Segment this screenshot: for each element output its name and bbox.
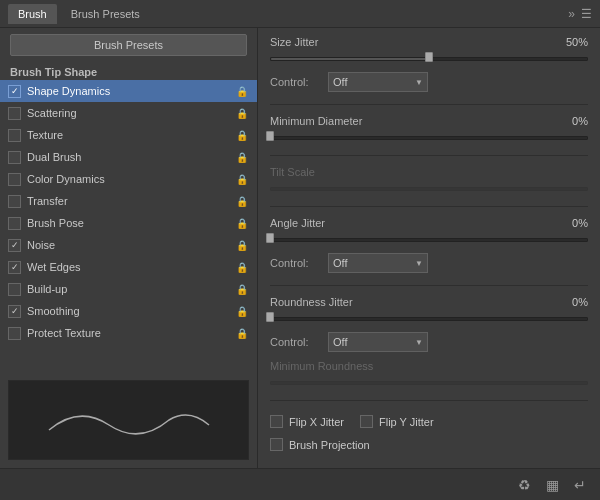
main-content: Brush Presets Brush Tip Shape Shape Dyna… <box>0 28 600 468</box>
list-item-texture[interactable]: Texture 🔒 <box>0 124 257 146</box>
flip-x-label[interactable]: Flip X Jitter <box>270 415 344 428</box>
tilt-scale-row: Tilt Scale <box>270 166 588 178</box>
label-noise: Noise <box>27 239 235 251</box>
recycle-icon[interactable]: ♻ <box>514 475 534 495</box>
lock-icon-protect-texture: 🔒 <box>235 326 249 340</box>
control-value-3: Off <box>333 336 347 348</box>
angle-jitter-value: 0% <box>558 217 588 229</box>
control-dropdown-1[interactable]: Off ▼ <box>328 72 428 92</box>
flip-y-checkbox[interactable] <box>360 415 373 428</box>
divider-4 <box>270 285 588 286</box>
roundness-jitter-track <box>270 317 588 321</box>
size-jitter-row: Size Jitter 50% <box>270 36 588 48</box>
list-item-protect-texture[interactable]: Protect Texture 🔒 <box>0 322 257 344</box>
label-smoothing: Smoothing <box>27 305 235 317</box>
roundness-jitter-thumb[interactable] <box>266 312 274 322</box>
angle-jitter-thumb[interactable] <box>266 233 274 243</box>
lock-icon-wet-edges: 🔒 <box>235 260 249 274</box>
flip-y-label[interactable]: Flip Y Jitter <box>360 415 434 428</box>
brush-proj-row: Brush Projection <box>270 438 588 451</box>
control-value-2: Off <box>333 257 347 269</box>
list-item-brush-pose[interactable]: Brush Pose 🔒 <box>0 212 257 234</box>
size-jitter-group: Size Jitter 50% Control: Off ▼ <box>270 36 588 94</box>
right-panel: Size Jitter 50% Control: Off ▼ <box>258 28 600 468</box>
lock-icon-dual-brush: 🔒 <box>235 150 249 164</box>
expand-icon[interactable]: » <box>568 7 575 21</box>
flip-x-checkbox[interactable] <box>270 415 283 428</box>
roundness-jitter-value: 0% <box>558 296 588 308</box>
min-roundness-slider <box>270 379 588 387</box>
tab-brush[interactable]: Brush <box>8 4 57 24</box>
size-jitter-control: Control: Off ▼ <box>270 70 588 94</box>
checkbox-transfer[interactable] <box>8 195 21 208</box>
control-value-1: Off <box>333 76 347 88</box>
list-item-noise[interactable]: Noise 🔒 <box>0 234 257 256</box>
lock-icon-transfer: 🔒 <box>235 194 249 208</box>
list-item-scattering[interactable]: Scattering 🔒 <box>0 102 257 124</box>
control-label-1: Control: <box>270 76 320 88</box>
roundness-jitter-row: Roundness Jitter 0% <box>270 296 588 308</box>
sidebar: Brush Presets Brush Tip Shape Shape Dyna… <box>0 28 258 468</box>
list-item-shape-dynamics[interactable]: Shape Dynamics 🔒 <box>0 80 257 102</box>
checkbox-texture[interactable] <box>8 129 21 142</box>
list-item-dual-brush[interactable]: Dual Brush 🔒 <box>0 146 257 168</box>
list-item-transfer[interactable]: Transfer 🔒 <box>0 190 257 212</box>
min-diameter-slider[interactable] <box>270 134 588 142</box>
checkbox-smoothing[interactable] <box>8 305 21 318</box>
min-roundness-row: Minimum Roundness <box>270 360 588 372</box>
tilt-scale-group: Tilt Scale <box>270 166 588 196</box>
min-diameter-group: Minimum Diameter 0% <box>270 115 588 145</box>
control-dropdown-2[interactable]: Off ▼ <box>328 253 428 273</box>
tilt-scale-slider <box>270 185 588 193</box>
brush-proj-checkbox[interactable] <box>270 438 283 451</box>
min-roundness-label: Minimum Roundness <box>270 360 373 372</box>
list-item-color-dynamics[interactable]: Color Dynamics 🔒 <box>0 168 257 190</box>
min-diameter-track <box>270 136 588 140</box>
menu-icon[interactable]: ☰ <box>581 7 592 21</box>
tab-bar: Brush Brush Presets » ☰ <box>0 0 600 28</box>
lock-icon-shape-dynamics: 🔒 <box>235 84 249 98</box>
lock-icon-noise: 🔒 <box>235 238 249 252</box>
checkbox-brush-pose[interactable] <box>8 217 21 230</box>
checkbox-wet-edges[interactable] <box>8 261 21 274</box>
brush-preview <box>8 380 249 460</box>
min-diameter-thumb[interactable] <box>266 131 274 141</box>
divider-1 <box>270 104 588 105</box>
checkbox-noise[interactable] <box>8 239 21 252</box>
label-protect-texture: Protect Texture <box>27 327 235 339</box>
min-roundness-track <box>270 381 588 385</box>
checkbox-protect-texture[interactable] <box>8 327 21 340</box>
angle-jitter-slider[interactable] <box>270 236 588 244</box>
divider-5 <box>270 400 588 401</box>
label-shape-dynamics: Shape Dynamics <box>27 85 235 97</box>
brush-proj-label[interactable]: Brush Projection <box>270 438 370 451</box>
checkbox-shape-dynamics[interactable] <box>8 85 21 98</box>
control-label-3: Control: <box>270 336 320 348</box>
roundness-jitter-slider[interactable] <box>270 315 588 323</box>
size-jitter-fill <box>271 58 429 60</box>
control-dropdown-3[interactable]: Off ▼ <box>328 332 428 352</box>
brush-presets-button[interactable]: Brush Presets <box>10 34 247 56</box>
angle-jitter-row: Angle Jitter 0% <box>270 217 588 229</box>
list-item-wet-edges[interactable]: Wet Edges 🔒 <box>0 256 257 278</box>
size-jitter-label: Size Jitter <box>270 36 318 48</box>
size-jitter-thumb[interactable] <box>425 52 433 62</box>
angle-jitter-label: Angle Jitter <box>270 217 325 229</box>
checkbox-buildup[interactable] <box>8 283 21 296</box>
tilt-scale-track <box>270 187 588 191</box>
checkbox-color-dynamics[interactable] <box>8 173 21 186</box>
tab-brush-presets[interactable]: Brush Presets <box>61 4 150 24</box>
min-roundness-group: Minimum Roundness <box>270 360 588 390</box>
checkbox-scattering[interactable] <box>8 107 21 120</box>
min-diameter-row: Minimum Diameter 0% <box>270 115 588 127</box>
size-jitter-value: 50% <box>558 36 588 48</box>
list-item-buildup[interactable]: Build-up 🔒 <box>0 278 257 300</box>
angle-jitter-track <box>270 238 588 242</box>
grid-icon[interactable]: ▦ <box>542 475 562 495</box>
label-scattering: Scattering <box>27 107 235 119</box>
checkbox-dual-brush[interactable] <box>8 151 21 164</box>
label-transfer: Transfer <box>27 195 235 207</box>
return-icon[interactable]: ↵ <box>570 475 590 495</box>
size-jitter-slider[interactable] <box>270 55 588 63</box>
list-item-smoothing[interactable]: Smoothing 🔒 <box>0 300 257 322</box>
